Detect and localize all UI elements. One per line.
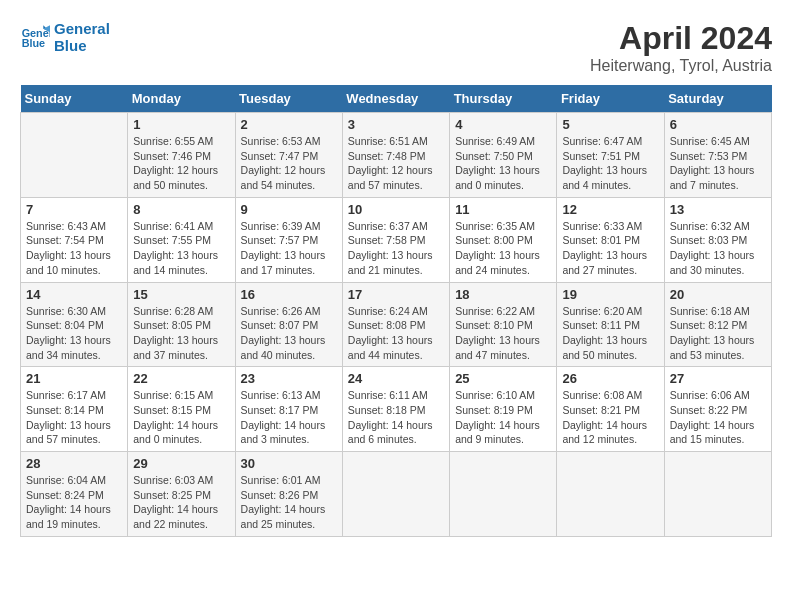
header-friday: Friday (557, 85, 664, 113)
table-row: 5Sunrise: 6:47 AMSunset: 7:51 PMDaylight… (557, 113, 664, 198)
day-detail: Sunrise: 6:26 AMSunset: 8:07 PMDaylight:… (241, 305, 326, 361)
day-detail: Sunrise: 6:17 AMSunset: 8:14 PMDaylight:… (26, 389, 111, 445)
day-number: 21 (26, 371, 122, 386)
day-detail: Sunrise: 6:47 AMSunset: 7:51 PMDaylight:… (562, 135, 647, 191)
day-number: 12 (562, 202, 658, 217)
table-row: 11Sunrise: 6:35 AMSunset: 8:00 PMDayligh… (450, 197, 557, 282)
day-number: 5 (562, 117, 658, 132)
day-detail: Sunrise: 6:35 AMSunset: 8:00 PMDaylight:… (455, 220, 540, 276)
day-detail: Sunrise: 6:49 AMSunset: 7:50 PMDaylight:… (455, 135, 540, 191)
table-row: 15Sunrise: 6:28 AMSunset: 8:05 PMDayligh… (128, 282, 235, 367)
day-number: 3 (348, 117, 444, 132)
header-wednesday: Wednesday (342, 85, 449, 113)
table-row: 4Sunrise: 6:49 AMSunset: 7:50 PMDaylight… (450, 113, 557, 198)
table-row: 6Sunrise: 6:45 AMSunset: 7:53 PMDaylight… (664, 113, 771, 198)
day-detail: Sunrise: 6:06 AMSunset: 8:22 PMDaylight:… (670, 389, 755, 445)
main-title: April 2024 (590, 20, 772, 57)
table-row: 29Sunrise: 6:03 AMSunset: 8:25 PMDayligh… (128, 452, 235, 537)
table-row (342, 452, 449, 537)
header: General Blue GeneralBlue April 2024 Heit… (20, 20, 772, 75)
calendar-week-row: 1Sunrise: 6:55 AMSunset: 7:46 PMDaylight… (21, 113, 772, 198)
day-number: 18 (455, 287, 551, 302)
day-number: 19 (562, 287, 658, 302)
day-detail: Sunrise: 6:18 AMSunset: 8:12 PMDaylight:… (670, 305, 755, 361)
day-number: 20 (670, 287, 766, 302)
day-detail: Sunrise: 6:33 AMSunset: 8:01 PMDaylight:… (562, 220, 647, 276)
day-detail: Sunrise: 6:55 AMSunset: 7:46 PMDaylight:… (133, 135, 218, 191)
day-detail: Sunrise: 6:11 AMSunset: 8:18 PMDaylight:… (348, 389, 433, 445)
table-row (450, 452, 557, 537)
day-number: 2 (241, 117, 337, 132)
title-area: April 2024 Heiterwang, Tyrol, Austria (590, 20, 772, 75)
header-sunday: Sunday (21, 85, 128, 113)
day-number: 30 (241, 456, 337, 471)
day-detail: Sunrise: 6:53 AMSunset: 7:47 PMDaylight:… (241, 135, 326, 191)
table-row: 16Sunrise: 6:26 AMSunset: 8:07 PMDayligh… (235, 282, 342, 367)
table-row: 12Sunrise: 6:33 AMSunset: 8:01 PMDayligh… (557, 197, 664, 282)
header-tuesday: Tuesday (235, 85, 342, 113)
day-detail: Sunrise: 6:28 AMSunset: 8:05 PMDaylight:… (133, 305, 218, 361)
day-detail: Sunrise: 6:01 AMSunset: 8:26 PMDaylight:… (241, 474, 326, 530)
subtitle: Heiterwang, Tyrol, Austria (590, 57, 772, 75)
table-row (664, 452, 771, 537)
day-number: 1 (133, 117, 229, 132)
day-number: 27 (670, 371, 766, 386)
day-detail: Sunrise: 6:15 AMSunset: 8:15 PMDaylight:… (133, 389, 218, 445)
day-number: 25 (455, 371, 551, 386)
table-row: 21Sunrise: 6:17 AMSunset: 8:14 PMDayligh… (21, 367, 128, 452)
day-number: 10 (348, 202, 444, 217)
day-detail: Sunrise: 6:39 AMSunset: 7:57 PMDaylight:… (241, 220, 326, 276)
day-number: 16 (241, 287, 337, 302)
table-row: 28Sunrise: 6:04 AMSunset: 8:24 PMDayligh… (21, 452, 128, 537)
table-row: 26Sunrise: 6:08 AMSunset: 8:21 PMDayligh… (557, 367, 664, 452)
table-row: 23Sunrise: 6:13 AMSunset: 8:17 PMDayligh… (235, 367, 342, 452)
logo-icon: General Blue (20, 22, 50, 52)
table-row: 1Sunrise: 6:55 AMSunset: 7:46 PMDaylight… (128, 113, 235, 198)
table-row: 17Sunrise: 6:24 AMSunset: 8:08 PMDayligh… (342, 282, 449, 367)
table-row (21, 113, 128, 198)
day-detail: Sunrise: 6:45 AMSunset: 7:53 PMDaylight:… (670, 135, 755, 191)
day-detail: Sunrise: 6:13 AMSunset: 8:17 PMDaylight:… (241, 389, 326, 445)
day-number: 22 (133, 371, 229, 386)
table-row: 25Sunrise: 6:10 AMSunset: 8:19 PMDayligh… (450, 367, 557, 452)
table-row: 20Sunrise: 6:18 AMSunset: 8:12 PMDayligh… (664, 282, 771, 367)
calendar-week-row: 28Sunrise: 6:04 AMSunset: 8:24 PMDayligh… (21, 452, 772, 537)
table-row: 18Sunrise: 6:22 AMSunset: 8:10 PMDayligh… (450, 282, 557, 367)
day-number: 29 (133, 456, 229, 471)
day-number: 24 (348, 371, 444, 386)
day-detail: Sunrise: 6:37 AMSunset: 7:58 PMDaylight:… (348, 220, 433, 276)
table-row: 7Sunrise: 6:43 AMSunset: 7:54 PMDaylight… (21, 197, 128, 282)
day-number: 7 (26, 202, 122, 217)
day-detail: Sunrise: 6:22 AMSunset: 8:10 PMDaylight:… (455, 305, 540, 361)
day-number: 23 (241, 371, 337, 386)
day-number: 26 (562, 371, 658, 386)
day-detail: Sunrise: 6:30 AMSunset: 8:04 PMDaylight:… (26, 305, 111, 361)
header-saturday: Saturday (664, 85, 771, 113)
header-monday: Monday (128, 85, 235, 113)
day-detail: Sunrise: 6:32 AMSunset: 8:03 PMDaylight:… (670, 220, 755, 276)
logo-text: GeneralBlue (54, 20, 110, 54)
day-detail: Sunrise: 6:20 AMSunset: 8:11 PMDaylight:… (562, 305, 647, 361)
day-number: 9 (241, 202, 337, 217)
day-detail: Sunrise: 6:43 AMSunset: 7:54 PMDaylight:… (26, 220, 111, 276)
logo: General Blue GeneralBlue (20, 20, 110, 54)
day-detail: Sunrise: 6:51 AMSunset: 7:48 PMDaylight:… (348, 135, 433, 191)
calendar-table: Sunday Monday Tuesday Wednesday Thursday… (20, 85, 772, 537)
table-row: 24Sunrise: 6:11 AMSunset: 8:18 PMDayligh… (342, 367, 449, 452)
day-number: 28 (26, 456, 122, 471)
table-row: 10Sunrise: 6:37 AMSunset: 7:58 PMDayligh… (342, 197, 449, 282)
svg-text:Blue: Blue (22, 37, 45, 49)
day-number: 4 (455, 117, 551, 132)
table-row: 22Sunrise: 6:15 AMSunset: 8:15 PMDayligh… (128, 367, 235, 452)
day-detail: Sunrise: 6:03 AMSunset: 8:25 PMDaylight:… (133, 474, 218, 530)
table-row (557, 452, 664, 537)
day-number: 14 (26, 287, 122, 302)
table-row: 30Sunrise: 6:01 AMSunset: 8:26 PMDayligh… (235, 452, 342, 537)
table-row: 14Sunrise: 6:30 AMSunset: 8:04 PMDayligh… (21, 282, 128, 367)
day-detail: Sunrise: 6:04 AMSunset: 8:24 PMDaylight:… (26, 474, 111, 530)
table-row: 27Sunrise: 6:06 AMSunset: 8:22 PMDayligh… (664, 367, 771, 452)
day-number: 8 (133, 202, 229, 217)
table-row: 9Sunrise: 6:39 AMSunset: 7:57 PMDaylight… (235, 197, 342, 282)
table-row: 8Sunrise: 6:41 AMSunset: 7:55 PMDaylight… (128, 197, 235, 282)
calendar-week-row: 14Sunrise: 6:30 AMSunset: 8:04 PMDayligh… (21, 282, 772, 367)
